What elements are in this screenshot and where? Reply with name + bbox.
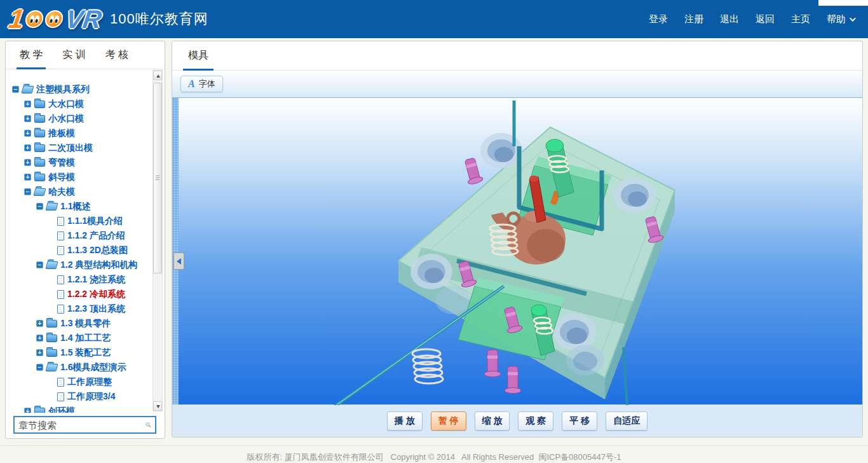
toggle-minus-icon[interactable]: −: [36, 261, 43, 268]
collapse-sidebar-button[interactable]: [173, 252, 184, 270]
tree-item-label: 创环模: [48, 406, 75, 413]
tree-item[interactable]: +小水口模: [6, 111, 165, 126]
toggle-minus-icon[interactable]: −: [36, 203, 43, 210]
tree-item[interactable]: 工作原理整: [6, 375, 165, 389]
tree-item-label: 1.6模具成型演示: [60, 362, 126, 373]
tree-item-label: 二次顶出模: [48, 142, 93, 154]
toggle-plus-icon[interactable]: +: [24, 115, 31, 122]
toggle-plus-icon[interactable]: +: [24, 408, 31, 413]
header-nav: 登录注册退出返回主页帮助: [649, 0, 854, 38]
tree-item[interactable]: −注塑模具系列: [6, 82, 165, 97]
search-icon[interactable]: [145, 418, 151, 432]
site-title: 100唯尔教育网: [110, 10, 208, 29]
nav-help[interactable]: 帮助: [827, 13, 854, 25]
nav-register[interactable]: 注册: [684, 13, 703, 25]
toggle-plus-icon[interactable]: +: [36, 349, 43, 356]
tree-item[interactable]: +斜导模: [6, 170, 165, 184]
tree-item[interactable]: +1.5 装配工艺: [6, 345, 165, 360]
font-button-label: 字体: [199, 78, 215, 90]
toggle-plus-icon[interactable]: +: [24, 100, 31, 107]
folder-open-icon: [46, 364, 58, 371]
copyright-text: 版权所有: 厦门凤凰创壹软件有限公司 Copyright © 2014 All …: [247, 452, 621, 462]
tree-item[interactable]: 1.2.2 冷却系统: [6, 287, 165, 301]
toggle-plus-icon[interactable]: +: [24, 130, 31, 137]
tree-item-label: 斜导模: [48, 172, 75, 183]
tree-item-label: 1.2.2 冷却系统: [67, 289, 125, 300]
main-tab-bar: 模具: [172, 41, 862, 71]
scroll-down-button[interactable]: [153, 401, 162, 411]
logo-zero-icon: [24, 10, 44, 28]
tab-training[interactable]: 实 训: [62, 41, 85, 69]
mold-3d-model[interactable]: [179, 98, 862, 405]
tree-item[interactable]: −1.1概述: [6, 199, 165, 214]
nav-home[interactable]: 主页: [791, 13, 810, 25]
search-input[interactable]: [18, 420, 145, 431]
tree-item[interactable]: 1.1.3 2D总装图: [6, 243, 165, 258]
tree-item[interactable]: +弯管模: [6, 155, 165, 170]
logo-digit-1: 1: [7, 6, 25, 32]
toggle-plus-icon[interactable]: +: [24, 174, 31, 181]
toggle-minus-icon[interactable]: −: [12, 86, 19, 93]
document-icon: [57, 217, 64, 226]
toggle-minus-icon[interactable]: −: [36, 364, 43, 371]
tree-item-label: 工作原理3/4: [67, 391, 115, 403]
tree-item-label: 大水口模: [48, 99, 84, 110]
tab-mold[interactable]: 模具: [188, 41, 208, 70]
toggle-plus-icon[interactable]: +: [36, 335, 43, 342]
document-icon: [57, 305, 64, 314]
font-button[interactable]: A 字体: [180, 76, 223, 92]
tree-item[interactable]: 工作原理3/4: [6, 389, 165, 404]
observe-button[interactable]: 观 察: [518, 411, 553, 431]
tree-item[interactable]: +1.3 模具零件: [6, 316, 165, 331]
folder-closed-icon: [46, 349, 57, 357]
toggle-plus-icon[interactable]: +: [36, 320, 43, 327]
tab-assessment[interactable]: 考 核: [105, 41, 128, 69]
tree-item-label: 推板模: [48, 128, 75, 139]
toggle-minus-icon[interactable]: −: [24, 188, 31, 195]
tree-item[interactable]: −1.6模具成型演示: [6, 360, 165, 375]
tree-item-label: 1.4 加工工艺: [60, 333, 111, 344]
panel-splitter[interactable]: [172, 98, 179, 404]
tree-item-label: 1.2.1 浇注系统: [67, 274, 125, 286]
tree-item[interactable]: −1.2 典型结构和机构: [6, 258, 165, 272]
main-panel: 模具 A 字体: [172, 41, 863, 438]
folder-open-icon: [46, 203, 58, 211]
nav-login[interactable]: 登录: [649, 13, 668, 25]
tree-item-label: 注塑模具系列: [36, 84, 90, 95]
tree-item-label: 1.5 装配工艺: [60, 347, 111, 359]
site-logo[interactable]: 1 VR: [9, 6, 102, 32]
tree-item[interactable]: +1.4 加工工艺: [6, 331, 165, 345]
tree-item[interactable]: 1.2.1 浇注系统: [6, 272, 165, 287]
zoom-button[interactable]: 缩 放: [475, 411, 510, 431]
3d-viewer[interactable]: [172, 97, 862, 404]
toggle-plus-icon[interactable]: +: [24, 159, 31, 166]
tree-item[interactable]: −哈夫模: [6, 184, 165, 199]
document-icon: [57, 378, 64, 387]
folder-open-icon: [34, 188, 46, 196]
tree-item-label: 1.1.3 2D总装图: [67, 245, 128, 256]
tree-item[interactable]: 1.1.1模具介绍: [6, 214, 165, 228]
pause-button[interactable]: 暂 停: [431, 411, 466, 431]
tab-teaching[interactable]: 教 学: [20, 41, 43, 69]
toggle-plus-icon[interactable]: +: [24, 144, 31, 151]
tree-item[interactable]: +大水口模: [6, 97, 165, 111]
sidebar-panel: 教 学实 训考 核 −注塑模具系列+大水口模+小水口模+推板模+二次顶出模+弯管…: [5, 41, 165, 439]
tree-item-label: 1.1.2 产品介绍: [67, 230, 125, 242]
tree-item[interactable]: 1.2.3 顶出系统: [6, 301, 165, 316]
pan-button[interactable]: 平 移: [562, 411, 597, 431]
tree-item[interactable]: 1.1.2 产品介绍: [6, 228, 165, 243]
nav-logout[interactable]: 退出: [720, 13, 739, 25]
chapter-search-box: [13, 416, 156, 434]
tree-item[interactable]: +二次顶出模: [6, 141, 165, 155]
tree-scrollbar[interactable]: [153, 70, 163, 411]
scroll-up-button[interactable]: [153, 71, 162, 80]
tree-item[interactable]: +推板模: [6, 126, 165, 141]
folder-closed-icon: [34, 130, 45, 137]
tree-item-label: 1.3 模具零件: [60, 318, 111, 329]
fit-button[interactable]: 自适应: [606, 411, 648, 431]
viewer-toolbar: A 字体: [172, 71, 862, 97]
scroll-thumb[interactable]: [153, 83, 162, 273]
nav-back[interactable]: 返回: [756, 13, 775, 25]
play-button[interactable]: 播 放: [387, 411, 423, 431]
tree-item[interactable]: +创环模: [6, 404, 165, 413]
